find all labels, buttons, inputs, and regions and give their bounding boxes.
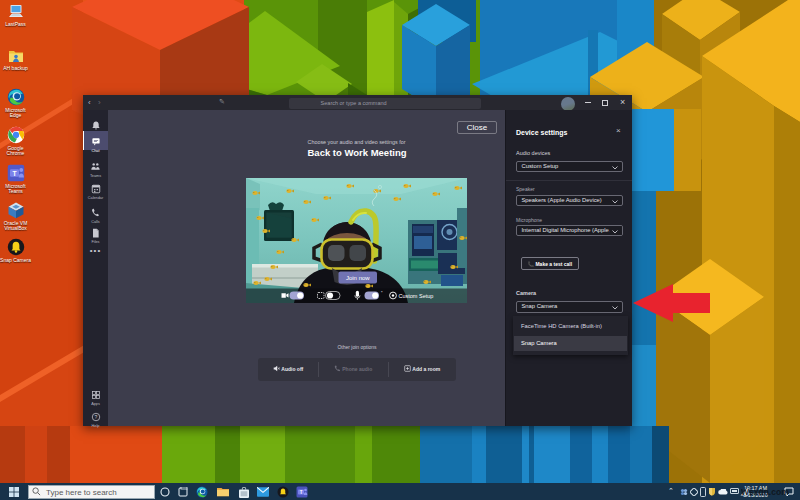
svg-text:?: ? [94,414,97,420]
svg-text:*: * [381,290,383,295]
svg-text:T: T [300,489,303,494]
svg-text:Custom Setup: Custom Setup [398,293,433,299]
